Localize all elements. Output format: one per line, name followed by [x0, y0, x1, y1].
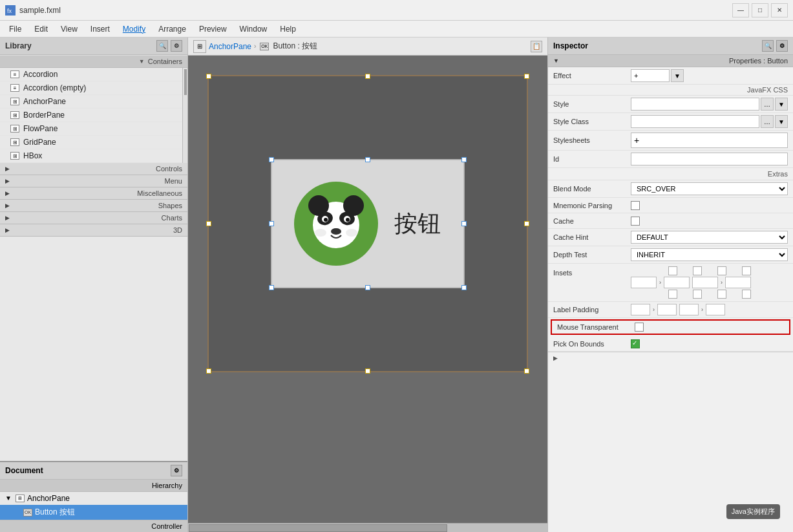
style-input[interactable]	[631, 98, 759, 111]
document-settings-icon[interactable]: ⚙	[171, 465, 182, 476]
insets-right-input[interactable]: 27.3	[664, 277, 690, 288]
stylesheets-row: Stylesheets +	[548, 131, 793, 151]
more-properties-row[interactable]: ▶	[548, 352, 793, 364]
close-button[interactable]: ✕	[771, 3, 788, 17]
insets-left-input[interactable]: 27.3	[725, 277, 751, 288]
tree-toggle-anchorpane[interactable]: ▼	[5, 495, 13, 502]
insets-bottom-input[interactable]: 13.7	[692, 277, 718, 288]
style-btn1[interactable]: …	[761, 98, 774, 111]
label-padding-v3[interactable]: 0	[679, 304, 699, 315]
library-scrollbar[interactable]	[182, 68, 187, 163]
borderpane-icon: ⊞	[10, 111, 19, 119]
properties-arrow-icon: ▼	[553, 58, 559, 64]
threed-arrow-icon: ▶	[5, 227, 10, 233]
canvas-back-icon[interactable]: ⊞	[193, 40, 206, 53]
library-item-accordion-empty[interactable]: ≡ Accordion (empty)	[0, 81, 182, 95]
center-panel: ⊞ AnchorPane › OK Button : 按钮 📋	[188, 37, 547, 532]
mnemonic-parsing-label: Mnemonic Parsing	[553, 202, 631, 209]
menu-section[interactable]: ▶ Menu	[0, 175, 187, 187]
btn-handle-tc	[365, 157, 370, 162]
left-panel: Library 🔍 ⚙ ▼ Containers ≡ Accordion ≡	[0, 37, 188, 532]
scrollbar-thumb[interactable]	[189, 524, 447, 532]
miscellaneous-section[interactable]: ▶ Miscellaneous	[0, 187, 187, 200]
shapes-section[interactable]: ▶ Shapes	[0, 200, 187, 212]
controls-section[interactable]: ▶ Controls	[0, 163, 187, 175]
library-title: Library	[5, 41, 32, 50]
style-class-btn1[interactable]: …	[761, 115, 774, 128]
effect-dropdown-btn[interactable]: ▼	[671, 69, 684, 82]
style-dropdown-btn[interactable]: ▼	[775, 98, 788, 111]
library-item-accordion[interactable]: ≡ Accordion	[0, 68, 182, 81]
canvas-area[interactable]: 按钮	[188, 56, 547, 523]
cache-value	[631, 217, 788, 226]
library-item-flowpane[interactable]: ⊞ FlowPane	[0, 122, 182, 136]
menu-label: Menu	[164, 177, 182, 185]
pick-on-bounds-checkbox[interactable]: ✓	[631, 339, 640, 348]
inspector-settings-icon[interactable]: ⚙	[776, 40, 788, 52]
style-class-input[interactable]	[631, 115, 759, 128]
watermark: Java实例程序	[726, 504, 780, 519]
library-header-icons: 🔍 ⚙	[156, 40, 182, 52]
svg-text:fx: fx	[7, 8, 12, 14]
menu-view[interactable]: View	[54, 23, 84, 35]
library-item-gridpane[interactable]: ⊞ GridPane	[0, 136, 182, 149]
depth-test-select[interactable]: INHERIT	[631, 248, 788, 261]
effect-input[interactable]	[631, 69, 670, 82]
charts-section[interactable]: ▶ Charts	[0, 212, 187, 224]
flowpane-icon: ⊞	[10, 125, 19, 133]
blend-mode-select[interactable]: SRC_OVER	[631, 182, 788, 195]
cache-hint-value: DEFAULT	[631, 231, 788, 244]
menu-preview[interactable]: Preview	[193, 23, 233, 35]
label-padding-v1[interactable]: 0	[631, 304, 650, 315]
label-padding-v4[interactable]: 0	[706, 304, 725, 315]
library-item-borderpane[interactable]: ⊞ BorderPane	[0, 109, 182, 122]
maximize-button[interactable]: □	[752, 3, 768, 17]
library-search-icon[interactable]: 🔍	[156, 40, 168, 52]
button-widget[interactable]: 按钮	[271, 159, 465, 288]
minimize-button[interactable]: —	[732, 3, 749, 17]
menu-window[interactable]: Window	[233, 23, 274, 35]
inset-arrow1: ›	[659, 279, 661, 286]
menu-modify[interactable]: Modify	[116, 23, 152, 35]
library-settings-icon[interactable]: ⚙	[171, 40, 182, 52]
id-input[interactable]	[631, 153, 788, 165]
mouse-transparent-label: Mouse Transparent	[557, 323, 635, 331]
cache-hint-select[interactable]: DEFAULT	[631, 231, 788, 244]
effect-row: Effect ▼	[548, 67, 793, 85]
library-item-hbox[interactable]: ⊞ HBox	[0, 149, 182, 163]
style-class-label: Style Class	[553, 118, 631, 125]
mnemonic-parsing-checkbox[interactable]	[631, 201, 640, 210]
threed-section[interactable]: ▶ 3D	[0, 224, 187, 237]
btn-handle-tl	[269, 157, 274, 162]
tree-item-anchorpane[interactable]: ▼ ⊞ AnchorPane	[0, 492, 187, 505]
canvas-root[interactable]: 按钮	[207, 75, 528, 372]
mouse-transparent-checkbox[interactable]	[635, 323, 644, 332]
tree-button-icon: OK	[23, 509, 32, 516]
containers-section-header[interactable]: ▼ Containers	[0, 55, 187, 68]
library-item-anchorpane[interactable]: ⊞ AnchorPane	[0, 95, 182, 109]
menu-arrange[interactable]: Arrange	[152, 23, 193, 35]
insets-label: Insets	[553, 266, 631, 277]
insets-top-input[interactable]: 13.7	[631, 277, 657, 288]
root-handle-br	[524, 368, 529, 374]
menu-edit[interactable]: Edit	[28, 23, 54, 35]
canvas-scrollbar[interactable]	[188, 523, 547, 532]
breadcrumb-root[interactable]: AnchorPane	[209, 42, 251, 51]
document-header: Document ⚙	[0, 462, 187, 480]
button-text: 按钮	[394, 208, 441, 240]
document-header-icons: ⚙	[171, 465, 182, 476]
style-class-dropdown-btn[interactable]: ▼	[775, 115, 788, 128]
hbox-label: HBox	[23, 151, 42, 160]
cache-checkbox[interactable]	[631, 217, 640, 226]
stylesheets-add-btn[interactable]: +	[634, 135, 639, 145]
label-padding-v2[interactable]: 0	[657, 304, 677, 315]
inspector-search-icon[interactable]: 🔍	[762, 40, 774, 52]
canvas-extra-icon[interactable]: 📋	[531, 41, 542, 52]
menu-help[interactable]: Help	[273, 23, 302, 35]
window-title: sample.fxml	[19, 6, 732, 15]
gridpane-icon: ⊞	[10, 138, 19, 146]
menu-insert[interactable]: Insert	[84, 23, 116, 35]
app-icon: fx	[5, 5, 16, 16]
menu-file[interactable]: File	[3, 23, 28, 35]
tree-item-button[interactable]: OK Button 按钮	[0, 505, 187, 520]
